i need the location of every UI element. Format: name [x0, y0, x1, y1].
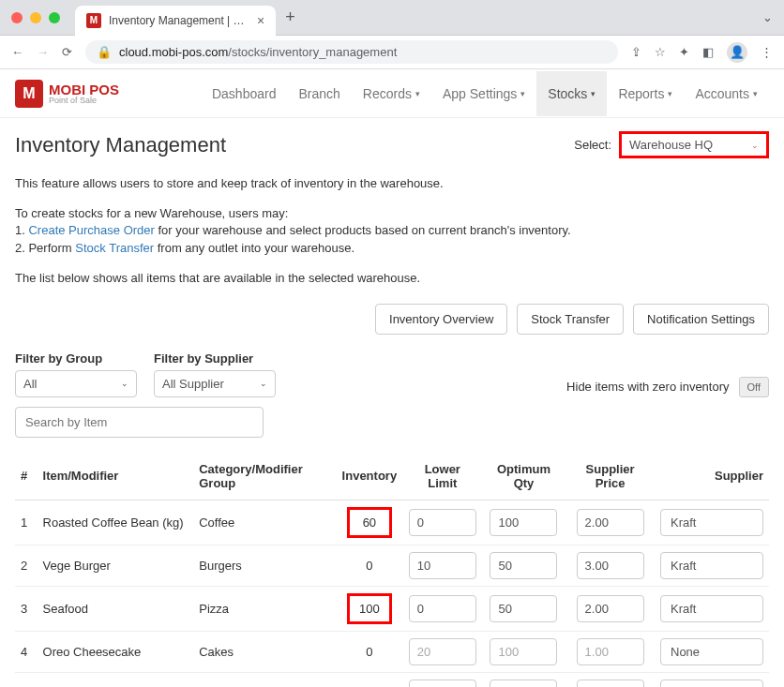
- share-icon[interactable]: ⇪: [631, 45, 641, 59]
- nav-reports[interactable]: Reports ▾: [607, 71, 684, 116]
- url-domain: cloud.mobi-pos.com: [119, 45, 228, 59]
- profile-avatar[interactable]: 👤: [727, 42, 747, 63]
- main-nav: DashboardBranchRecords ▾App Settings ▾St…: [201, 71, 769, 116]
- lower-limit-input[interactable]: [409, 680, 476, 687]
- filter-group-select[interactable]: All ⌄: [15, 370, 137, 397]
- table-row: 5Strawberry CheeseCakes0: [15, 672, 769, 687]
- row-item: Vege Burger: [38, 545, 194, 586]
- chevron-down-icon: ⌄: [260, 379, 267, 388]
- page-title: Inventory Management: [15, 133, 226, 157]
- supplier-price-input[interactable]: [577, 552, 644, 579]
- row-inventory: 0: [347, 639, 392, 665]
- supplier-input[interactable]: [660, 595, 763, 622]
- row-num: 5: [15, 672, 38, 687]
- menu-icon[interactable]: ⋮: [761, 45, 773, 59]
- nav-app-settings[interactable]: App Settings ▾: [431, 71, 536, 116]
- row-category: Cakes: [193, 672, 336, 687]
- supplier-input[interactable]: [660, 680, 763, 687]
- optimum-qty-input[interactable]: [490, 509, 557, 536]
- nav-dashboard[interactable]: Dashboard: [201, 71, 288, 116]
- window-controls: [11, 12, 60, 23]
- row-num: 2: [15, 545, 38, 586]
- row-item: Oreo Cheesecake: [38, 631, 194, 672]
- col-lower-limit: Lower Limit: [403, 453, 482, 500]
- reload-icon[interactable]: ⟳: [62, 45, 72, 59]
- new-tab-button[interactable]: +: [285, 7, 295, 27]
- table-row: 3SeafoodPizza100: [15, 586, 769, 631]
- chevron-down-icon: ▾: [668, 89, 672, 98]
- row-category: Burgers: [193, 545, 336, 586]
- row-item: Seafood: [38, 586, 194, 631]
- row-inventory: 0: [347, 553, 392, 578]
- notification-settings-button[interactable]: Notification Settings: [633, 304, 769, 335]
- close-window-icon[interactable]: [11, 12, 23, 23]
- forward-icon: →: [37, 45, 49, 59]
- optimum-qty-input[interactable]: [490, 680, 557, 687]
- supplier-input[interactable]: [660, 638, 763, 665]
- search-input[interactable]: [15, 407, 264, 438]
- hide-zero-label: Hide items with zero inventory: [566, 380, 729, 394]
- nav-branch[interactable]: Branch: [287, 71, 351, 116]
- hide-zero-toggle[interactable]: Off: [739, 377, 769, 397]
- intro-text-1: This feature allows users to store and k…: [15, 175, 769, 192]
- create-po-link[interactable]: Create Purchase Order: [28, 223, 154, 237]
- row-num: 3: [15, 586, 38, 631]
- supplier-price-input[interactable]: [577, 680, 644, 687]
- table-row: 1Roasted Coffee Bean (kg)Coffee60: [15, 500, 769, 545]
- table-row: 2Vege BurgerBurgers0: [15, 545, 769, 586]
- filter-supplier-select[interactable]: All Supplier ⌄: [154, 370, 276, 397]
- row-inventory: 60: [347, 507, 392, 538]
- extensions-icon[interactable]: ✦: [679, 45, 689, 59]
- bookmark-icon[interactable]: ☆: [655, 45, 666, 59]
- stock-transfer-button[interactable]: Stock Transfer: [517, 304, 624, 335]
- filter-supplier-label: Filter by Supplier: [154, 351, 276, 366]
- optimum-qty-input[interactable]: [490, 552, 557, 579]
- browser-toolbar: ← → ⟳ 🔒 cloud.mobi-pos.com/stocks/invent…: [0, 36, 784, 69]
- row-num: 4: [15, 631, 38, 672]
- tabs-dropdown-icon[interactable]: ⌄: [762, 10, 773, 24]
- supplier-price-input[interactable]: [577, 509, 644, 536]
- nav-stocks[interactable]: Stocks ▾: [536, 71, 607, 116]
- inventory-overview-button[interactable]: Inventory Overview: [375, 304, 507, 335]
- chevron-down-icon: ▾: [520, 89, 525, 98]
- lower-limit-input[interactable]: [409, 552, 476, 579]
- browser-tab[interactable]: M Inventory Management | MobiP ×: [75, 6, 276, 36]
- col-category: Category/Modifier Group: [193, 453, 336, 500]
- row-inventory: 100: [347, 593, 392, 624]
- chevron-down-icon: ⌄: [121, 379, 128, 388]
- stock-transfer-link[interactable]: Stock Transfer: [75, 241, 154, 255]
- nav-records[interactable]: Records ▾: [352, 71, 431, 116]
- table-row: 4Oreo CheesecakeCakes0: [15, 631, 769, 672]
- close-tab-icon[interactable]: ×: [257, 13, 264, 28]
- row-num: 1: [15, 500, 38, 545]
- supplier-input[interactable]: [660, 552, 763, 579]
- minimize-window-icon[interactable]: [30, 12, 41, 23]
- supplier-input[interactable]: [660, 509, 763, 536]
- logo[interactable]: M MOBI POS Point of Sale: [15, 80, 119, 108]
- maximize-window-icon[interactable]: [49, 12, 60, 23]
- lower-limit-input[interactable]: [409, 595, 476, 622]
- lower-limit-input[interactable]: [409, 638, 476, 665]
- address-bar[interactable]: 🔒 cloud.mobi-pos.com/stocks/inventory_ma…: [85, 40, 618, 64]
- supplier-price-input[interactable]: [577, 638, 644, 665]
- warehouse-select[interactable]: Warehouse HQ ⌄: [619, 131, 769, 158]
- url-path: /stocks/inventory_management: [228, 45, 397, 59]
- lock-icon: 🔒: [97, 45, 112, 59]
- warehouse-select-value: Warehouse HQ: [629, 138, 713, 152]
- optimum-qty-input[interactable]: [490, 638, 557, 665]
- lower-limit-input[interactable]: [409, 509, 476, 536]
- logo-sub: Point of Sale: [49, 97, 119, 105]
- supplier-price-input[interactable]: [577, 595, 644, 622]
- logo-brand: MOBI POS: [49, 82, 119, 97]
- intro-text-3: The list below shows all items that are …: [15, 270, 769, 287]
- chevron-down-icon: ▾: [415, 89, 420, 98]
- back-icon[interactable]: ←: [11, 45, 23, 59]
- panel-icon[interactable]: ◧: [702, 45, 714, 59]
- optimum-qty-input[interactable]: [490, 595, 557, 622]
- row-item: Strawberry Cheese: [38, 672, 194, 687]
- col-supplier-price: Supplier Price: [565, 453, 655, 500]
- chevron-down-icon: ▾: [591, 89, 596, 98]
- row-inventory: 0: [347, 680, 392, 687]
- logo-icon: M: [15, 80, 43, 108]
- nav-accounts[interactable]: Accounts ▾: [684, 71, 769, 116]
